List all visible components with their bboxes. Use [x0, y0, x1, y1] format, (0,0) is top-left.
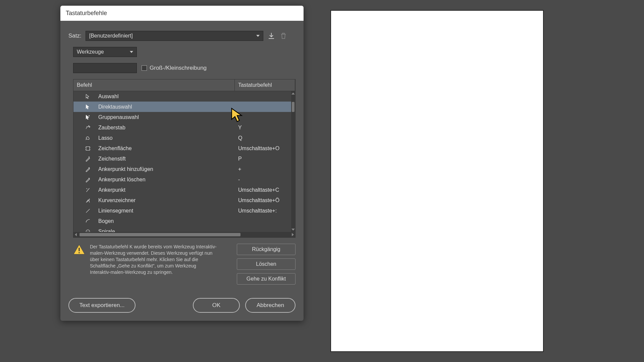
- tool-icon: [84, 208, 92, 214]
- table-row[interactable]: ZauberstabY: [73, 122, 295, 133]
- delete-button[interactable]: Löschen: [237, 258, 296, 270]
- command-label: Gruppenauswahl: [92, 114, 238, 120]
- chevron-down-icon: [130, 51, 133, 53]
- shortcut-label: -: [238, 177, 295, 183]
- scroll-down-icon[interactable]: [291, 229, 295, 231]
- scroll-up-icon[interactable]: [291, 93, 295, 95]
- command-label: Direktauswahl: [92, 104, 238, 110]
- command-label: Zeichenfläche: [92, 145, 238, 152]
- dialog-title: Tastaturbefehle: [60, 6, 304, 21]
- shortcut-label: Umschalttaste+:: [238, 208, 295, 214]
- table-row[interactable]: LassoQ: [73, 133, 295, 143]
- hscroll-thumb[interactable]: [79, 233, 240, 236]
- svg-point-2: [90, 126, 90, 127]
- shortcut-label: Umschalttaste+C: [238, 187, 295, 193]
- set-label: Satz:: [68, 33, 82, 39]
- tool-icon: [84, 135, 92, 141]
- table-row[interactable]: Bogen: [73, 216, 295, 226]
- tool-icon: [84, 156, 92, 162]
- tool-icon: [84, 145, 92, 152]
- table-row[interactable]: Direktauswahl: [73, 102, 295, 112]
- tool-icon: [84, 94, 92, 100]
- command-label: Auswahl: [92, 94, 238, 100]
- command-label: Spirale: [92, 229, 238, 232]
- goto-conflict-button[interactable]: Gehe zu Konflikt: [237, 273, 296, 285]
- svg-rect-5: [79, 252, 80, 253]
- save-set-icon[interactable]: [267, 32, 275, 40]
- command-label: Ankerpunkt: [92, 187, 238, 193]
- command-label: Zauberstab: [92, 125, 238, 131]
- scroll-left-icon[interactable]: [75, 233, 77, 236]
- command-label: Ankerpunkt löschen: [92, 177, 238, 183]
- category-dropdown[interactable]: Werkzeuge: [73, 47, 137, 57]
- shortcut-label: Umschalttaste+O: [238, 145, 295, 152]
- delete-set-icon[interactable]: [279, 32, 287, 40]
- scroll-thumb[interactable]: [292, 102, 294, 112]
- search-input[interactable]: [78, 65, 142, 71]
- tool-icon: [84, 104, 92, 110]
- column-command[interactable]: Befehl: [73, 79, 235, 91]
- command-label: Zeichenstift: [92, 156, 238, 162]
- warning-text: Der Tastaturbefehl K wurde bereits vom W…: [90, 244, 217, 285]
- match-case-checkbox[interactable]: [142, 65, 147, 71]
- svg-rect-3: [86, 146, 90, 150]
- table-row[interactable]: Spirale: [73, 226, 295, 232]
- table-row[interactable]: LiniensegmentUmschalttaste+:: [73, 205, 295, 216]
- export-text-button[interactable]: Text exportieren...: [68, 298, 136, 313]
- category-value: Werkzeuge: [77, 49, 104, 55]
- table-row[interactable]: Ankerpunkt hinzufügen+: [73, 164, 295, 174]
- vertical-scrollbar[interactable]: [291, 91, 295, 232]
- shortcut-label: P: [238, 156, 295, 162]
- tool-icon: [84, 197, 92, 203]
- tool-icon: [84, 229, 92, 232]
- search-input-wrapper: [73, 63, 137, 73]
- command-label: Lasso: [92, 135, 238, 141]
- table-row[interactable]: Ankerpunkt löschen-: [73, 174, 295, 185]
- table-row[interactable]: ZeichenflächeUmschalttaste+O: [73, 143, 295, 154]
- document-canvas[interactable]: [330, 10, 544, 352]
- set-dropdown[interactable]: [Benutzerdefiniert]: [86, 31, 263, 41]
- ok-button[interactable]: OK: [193, 298, 240, 313]
- match-case-label: Groß-/Kleinschreibung: [150, 65, 207, 71]
- shortcut-label: Umschalttaste+Ö: [238, 197, 295, 203]
- table-row[interactable]: KurvenzeichnerUmschalttaste+Ö: [73, 195, 295, 205]
- shortcuts-table: Befehl Tastaturbefehl AuswahlDirektauswa…: [73, 79, 296, 238]
- command-label: Liniensegment: [92, 208, 238, 214]
- tool-icon: [84, 187, 92, 193]
- command-label: Kurvenzeichner: [92, 197, 238, 203]
- command-label: Bogen: [92, 218, 238, 224]
- column-shortcut[interactable]: Tastaturbefehl: [235, 79, 295, 91]
- undo-button[interactable]: Rückgängig: [237, 244, 296, 255]
- command-label: Ankerpunkt hinzufügen: [92, 166, 238, 172]
- cancel-button[interactable]: Abbrechen: [245, 298, 296, 313]
- table-row[interactable]: Auswahl: [73, 91, 295, 102]
- tool-icon: [84, 114, 92, 120]
- tool-icon: [84, 125, 92, 131]
- scroll-right-icon[interactable]: [292, 233, 294, 236]
- shortcut-label: Q: [238, 135, 295, 141]
- chevron-down-icon: [256, 35, 260, 37]
- warning-icon: [73, 244, 85, 256]
- tool-icon: [84, 166, 92, 172]
- table-row[interactable]: ZeichenstiftP: [73, 154, 295, 164]
- svg-rect-4: [79, 248, 80, 251]
- table-row[interactable]: Gruppenauswahl: [73, 112, 295, 122]
- shortcut-label: +: [238, 166, 295, 172]
- set-value: [Benutzerdefiniert]: [89, 33, 133, 39]
- tool-icon: [84, 177, 92, 183]
- tool-icon: [84, 218, 92, 224]
- shortcut-label: Y: [238, 125, 295, 131]
- keyboard-shortcuts-dialog: Tastaturbefehle Satz: [Benutzerdefiniert…: [60, 6, 304, 321]
- table-row[interactable]: AnkerpunktUmschalttaste+C: [73, 185, 295, 195]
- horizontal-scrollbar[interactable]: [73, 232, 295, 237]
